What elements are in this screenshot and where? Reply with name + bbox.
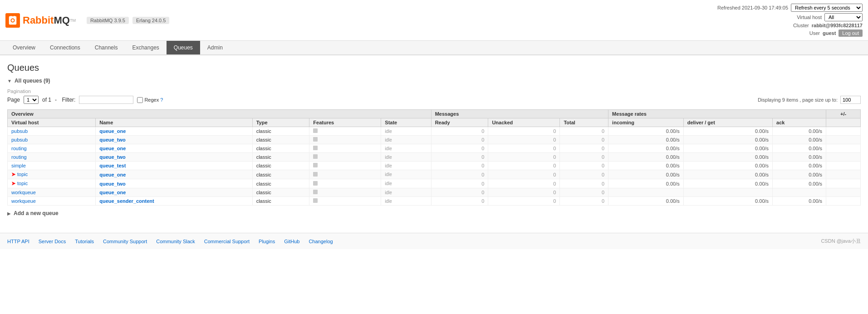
table-row: workqueuequeue_sender_contentclassicidle… — [8, 197, 861, 206]
table-group-header-row: Overview Messages Message rates +/- — [8, 110, 861, 118]
nav-exchanges[interactable]: Exchanges — [125, 41, 166, 54]
cell-type: classic — [252, 188, 309, 197]
table-row: ➤topicqueue_twoclassicidle0000.00/s0.00/… — [8, 179, 861, 188]
table-row: pubsubqueue_oneclassicidle0000.00/s0.00/… — [8, 127, 861, 136]
col-deliver-get: deliver / get — [683, 118, 772, 127]
cell-vhost: workqueue — [8, 197, 96, 206]
arrow-indicator: ➤ — [11, 181, 15, 186]
queue-link[interactable]: queue_two — [99, 154, 125, 160]
features-icon — [313, 146, 318, 150]
page-select[interactable]: 1 — [24, 96, 39, 104]
nav-overview[interactable]: Overview — [5, 41, 43, 54]
queue-link[interactable]: queue_one — [99, 128, 126, 134]
cell-name: queue_test — [96, 162, 252, 170]
user-row: User guest Log out — [809, 29, 863, 37]
erlang-version: Erlang 24.0.5 — [132, 17, 169, 24]
vhost-link[interactable]: routing — [11, 146, 27, 151]
cell-ack: 0.00/s — [773, 144, 826, 153]
footer-link-server-docs[interactable]: Server Docs — [39, 239, 66, 244]
nav-admin[interactable]: Admin — [200, 41, 230, 54]
version-badges: RabbitMQ 3.9.5 Erlang 24.0.5 — [87, 17, 169, 24]
cell-deliver-get: 0.00/s — [683, 153, 772, 162]
vhost-link[interactable]: pubsub — [11, 128, 28, 134]
footer-link-community-slack[interactable]: Community Slack — [156, 239, 195, 244]
nav-connections[interactable]: Connections — [43, 41, 88, 54]
cell-state: idle — [381, 136, 431, 144]
cell-name: queue_one — [96, 170, 252, 179]
regex-checkbox[interactable] — [137, 97, 143, 103]
vhost-link[interactable]: pubsub — [11, 137, 28, 142]
features-icon — [313, 190, 318, 194]
footer-link-changelog[interactable]: Changelog — [309, 239, 333, 244]
user-label: User — [809, 30, 820, 36]
nav-channels[interactable]: Channels — [88, 41, 125, 54]
features-icon — [313, 137, 318, 142]
cell-type: classic — [252, 136, 309, 144]
cell-state: idle — [381, 197, 431, 206]
messages-group-header: Messages — [431, 110, 608, 118]
cell-extra — [826, 162, 861, 170]
add-queue-header[interactable]: ▶ Add a new queue — [7, 210, 861, 216]
col-total: Total — [560, 118, 608, 127]
vhost-link[interactable]: routing — [11, 154, 27, 160]
cell-name: queue_sender_content — [96, 197, 252, 206]
queue-link[interactable]: queue_two — [99, 137, 125, 142]
queue-link[interactable]: queue_one — [99, 146, 126, 151]
cell-ready: 0 — [431, 136, 488, 144]
cell-vhost: pubsub — [8, 136, 96, 144]
vhost-link[interactable]: workqueue — [11, 198, 36, 204]
logout-button[interactable]: Log out — [839, 29, 863, 37]
col-incoming: incoming — [608, 118, 684, 127]
question-mark[interactable]: ? — [160, 97, 163, 103]
plus-minus-btn[interactable]: +/- — [826, 110, 861, 118]
table-col-header-row: Virtual host Name Type Features State Re… — [8, 118, 861, 127]
cell-total: 0 — [560, 197, 608, 206]
footer-link-community-support[interactable]: Community Support — [103, 239, 147, 244]
vhost-link[interactable]: topic — [17, 181, 28, 186]
footer-link-commercial-support[interactable]: Commercial Support — [204, 239, 250, 244]
footer-link-plugins[interactable]: Plugins — [259, 239, 275, 244]
cell-state: idle — [381, 170, 431, 179]
refresh-select[interactable]: Refresh every 5 secondsRefresh every 10 … — [791, 4, 863, 12]
cell-type: classic — [252, 170, 309, 179]
cell-total: 0 — [560, 127, 608, 136]
cell-state: idle — [381, 153, 431, 162]
page-size-input[interactable] — [840, 96, 861, 104]
add-queue-label: Add a new queue — [14, 210, 59, 216]
cell-vhost: pubsub — [8, 127, 96, 136]
queue-link[interactable]: queue_two — [99, 181, 125, 186]
cell-total: 0 — [560, 144, 608, 153]
cell-type: classic — [252, 179, 309, 188]
cluster-row: Cluster rabbit@993fc8228117 — [793, 23, 863, 28]
queue-table-body: pubsubqueue_oneclassicidle0000.00/s0.00/… — [8, 127, 861, 206]
footer-link-github[interactable]: GitHub — [284, 239, 299, 244]
cell-extra — [826, 170, 861, 179]
cell-extra — [826, 188, 861, 197]
vhost-link[interactable]: topic — [17, 172, 28, 177]
cell-extra — [826, 136, 861, 144]
cell-ready: 0 — [431, 179, 488, 188]
vhost-link[interactable]: simple — [11, 163, 26, 168]
footer-link-http-api[interactable]: HTTP API — [7, 239, 29, 244]
nav-queues[interactable]: Queues — [167, 41, 200, 54]
features-icon — [313, 154, 318, 159]
queue-link[interactable]: queue_one — [99, 190, 126, 195]
cell-ack: 0.00/s — [773, 162, 826, 170]
cell-ready: 0 — [431, 144, 488, 153]
queue-link[interactable]: queue_sender_content — [99, 198, 154, 204]
cell-total: 0 — [560, 188, 608, 197]
cell-unacked: 0 — [488, 127, 560, 136]
cell-incoming: 0.00/s — [608, 127, 684, 136]
cell-incoming: 0.00/s — [608, 136, 684, 144]
main-content: Queues ▼ All queues (9) Pagination Page … — [0, 55, 868, 224]
pagination-section: Pagination Page 1 of 1 - Filter: Regex ?… — [7, 88, 861, 104]
footer-link-tutorials[interactable]: Tutorials — [75, 239, 94, 244]
queue-link[interactable]: queue_one — [99, 172, 126, 177]
cell-vhost: routing — [8, 153, 96, 162]
all-queues-toggle[interactable]: ▼ — [7, 78, 12, 83]
virtual-host-select[interactable]: All/pubsubroutingsimpletopicworkqueue — [824, 13, 863, 21]
cell-features — [309, 197, 381, 206]
queue-link[interactable]: queue_test — [99, 163, 126, 168]
vhost-link[interactable]: workqueue — [11, 190, 36, 195]
filter-input[interactable] — [79, 96, 133, 104]
